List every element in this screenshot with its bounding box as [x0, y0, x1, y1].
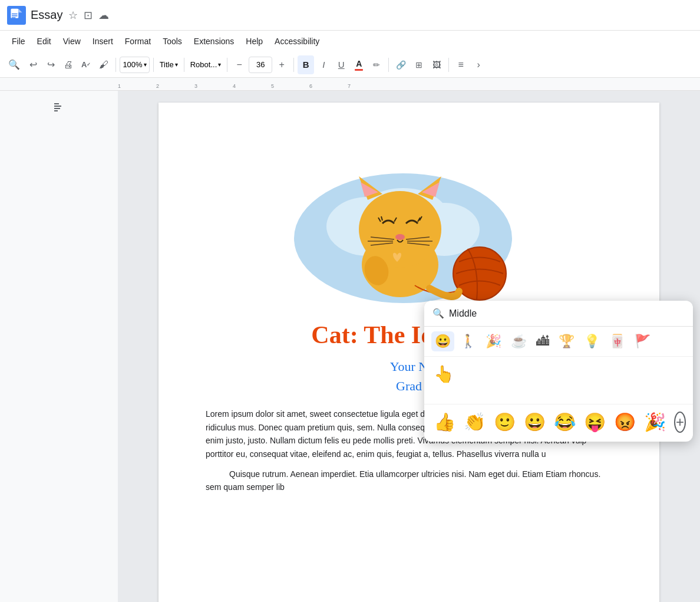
- ruler: 1 2 3 4 5 6 7: [0, 78, 700, 91]
- svg-rect-4: [12, 17, 15, 18]
- zoom-value: 100%: [123, 60, 142, 69]
- svg-rect-7: [54, 108, 60, 109]
- ruler-marks: 1 2 3 4 5 6 7: [118, 78, 351, 90]
- divider-6: [388, 58, 389, 72]
- paint-format-button[interactable]: 🖌: [95, 55, 112, 74]
- menu-extensions[interactable]: Extensions: [189, 34, 239, 48]
- menu-view[interactable]: View: [58, 34, 85, 48]
- emoji-categories: 😀 🚶 🎉 ☕ 🏙 🏆 💡 🀄 🚩: [424, 327, 693, 357]
- cat-illustration-container: [206, 150, 612, 303]
- svg-rect-1: [11, 8, 18, 18]
- emoji-recent-smile[interactable]: 🙂: [491, 409, 518, 435]
- svg-rect-6: [54, 106, 61, 107]
- style-dropdown-icon: ▾: [175, 61, 178, 68]
- more-options-button[interactable]: ›: [470, 55, 487, 74]
- menu-edit[interactable]: Edit: [32, 34, 56, 48]
- text-color-indicator: A: [355, 59, 363, 71]
- emoji-cat-activities[interactable]: 🎉: [482, 331, 505, 351]
- search-toolbar-button[interactable]: 🔍: [5, 55, 24, 74]
- style-value: Title: [160, 60, 174, 69]
- star-button[interactable]: ☆: [67, 8, 79, 23]
- divider-3: [184, 58, 184, 72]
- subtitle-line1: Your N: [390, 359, 428, 374]
- text-color-bar: [355, 69, 363, 71]
- divider-4: [227, 58, 227, 72]
- zoom-selector[interactable]: 100% ▾: [120, 57, 149, 73]
- svg-point-24: [395, 234, 405, 240]
- font-size-input[interactable]: [249, 57, 272, 73]
- insert-image-button[interactable]: 🖼: [428, 55, 445, 74]
- emoji-add-button[interactable]: +: [674, 412, 686, 433]
- font-size-minus-button[interactable]: −: [231, 55, 247, 74]
- divider-5: [293, 58, 294, 72]
- emoji-picker: 🔍 😀 🚶 🎉 ☕ 🏙 🏆 💡 🀄 🚩 👆 👍 👏 🙂 😀 😂 😝 😡 🎉 +: [424, 301, 693, 442]
- outline-icon: [53, 101, 65, 113]
- emoji-cat-symbols2[interactable]: 🀄: [606, 331, 629, 351]
- menu-tools[interactable]: Tools: [158, 34, 187, 48]
- highlight-button[interactable]: ✏: [368, 55, 385, 74]
- insert-link-button[interactable]: 🔗: [392, 55, 410, 74]
- menu-insert[interactable]: Insert: [88, 34, 118, 48]
- emoji-grid: 👆: [424, 357, 693, 404]
- emoji-cat-symbols[interactable]: 💡: [580, 331, 603, 351]
- divider-2: [153, 58, 154, 72]
- print-button[interactable]: 🖨: [60, 55, 77, 74]
- font-dropdown-icon: ▾: [218, 61, 221, 68]
- svg-rect-2: [12, 13, 18, 14]
- outline-toggle-button[interactable]: [49, 98, 68, 120]
- menu-bar: File Edit View Insert Format Tools Exten…: [0, 31, 700, 52]
- subtitle-line2: Grad: [396, 379, 422, 393]
- underline-button[interactable]: U: [333, 55, 349, 74]
- text-color-letter: A: [356, 59, 362, 68]
- divider-1: [115, 58, 116, 72]
- emoji-search-input[interactable]: [449, 308, 685, 319]
- cat-illustration: [285, 150, 533, 303]
- emoji-recent-thumbsup[interactable]: 👍: [431, 409, 458, 435]
- sidebar-left: [0, 91, 118, 602]
- font-value: Robot...: [190, 60, 217, 69]
- zoom-dropdown-icon: ▾: [144, 61, 147, 68]
- redo-button[interactable]: ↪: [42, 55, 59, 74]
- emoji-cat-travel[interactable]: 🏙: [533, 331, 553, 351]
- menu-format[interactable]: Format: [120, 34, 156, 48]
- emoji-cat-objects[interactable]: 🏆: [555, 331, 578, 351]
- emoji-recent-tongue[interactable]: 😝: [582, 409, 608, 435]
- italic-button[interactable]: I: [315, 55, 332, 74]
- style-selector[interactable]: Title ▾: [157, 59, 180, 70]
- svg-rect-8: [54, 110, 58, 111]
- bold-button[interactable]: B: [298, 55, 314, 74]
- emoji-recent-grin[interactable]: 😀: [521, 409, 548, 435]
- text-color-button[interactable]: A: [351, 55, 367, 74]
- toolbar: 🔍 ↩ ↪ 🖨 A✓ 🖌 100% ▾ Title ▾ Robot... ▾ −…: [0, 52, 700, 78]
- emoji-search-bar: 🔍: [424, 301, 693, 327]
- google-docs-icon: [7, 6, 26, 25]
- undo-button[interactable]: ↩: [25, 55, 41, 74]
- emoji-recent-laugh[interactable]: 😂: [552, 409, 578, 435]
- emoji-recent-clap[interactable]: 👏: [461, 409, 488, 435]
- title-bar: Essay ☆ ⊡ ☁: [0, 0, 700, 31]
- emoji-cat-food[interactable]: ☕: [507, 331, 530, 351]
- menu-help[interactable]: Help: [241, 34, 268, 48]
- emoji-recent-party[interactable]: 🎉: [642, 409, 668, 435]
- emoji-item-finger-up[interactable]: 👆: [431, 361, 456, 386]
- font-selector[interactable]: Robot... ▾: [188, 59, 224, 70]
- spellcheck-button[interactable]: A✓: [78, 55, 94, 74]
- emoji-cat-flags[interactable]: 🚩: [631, 331, 654, 351]
- emoji-cat-people[interactable]: 🚶: [457, 331, 480, 351]
- cloud-button[interactable]: ☁: [97, 8, 110, 23]
- svg-rect-3: [12, 15, 18, 17]
- move-button[interactable]: ⊡: [82, 8, 94, 23]
- insert-comment-button[interactable]: ⊞: [411, 55, 427, 74]
- font-size-plus-button[interactable]: +: [273, 55, 290, 74]
- emoji-cat-smileys[interactable]: 😀: [431, 331, 454, 351]
- emoji-footer: 👍 👏 🙂 😀 😂 😝 😡 🎉 +: [424, 404, 693, 442]
- menu-file[interactable]: File: [7, 34, 30, 48]
- emoji-recent-angry[interactable]: 😡: [612, 409, 638, 435]
- align-button[interactable]: ≡: [453, 55, 469, 74]
- svg-rect-5: [54, 103, 59, 104]
- divider-7: [448, 58, 449, 72]
- body-paragraph-2: Quisque rutrum. Aenean imperdiet. Etia u…: [206, 468, 612, 494]
- title-icons: ☆ ⊡ ☁: [67, 8, 110, 23]
- document-title: Essay: [31, 8, 62, 22]
- menu-accessibility[interactable]: Accessibility: [270, 34, 324, 48]
